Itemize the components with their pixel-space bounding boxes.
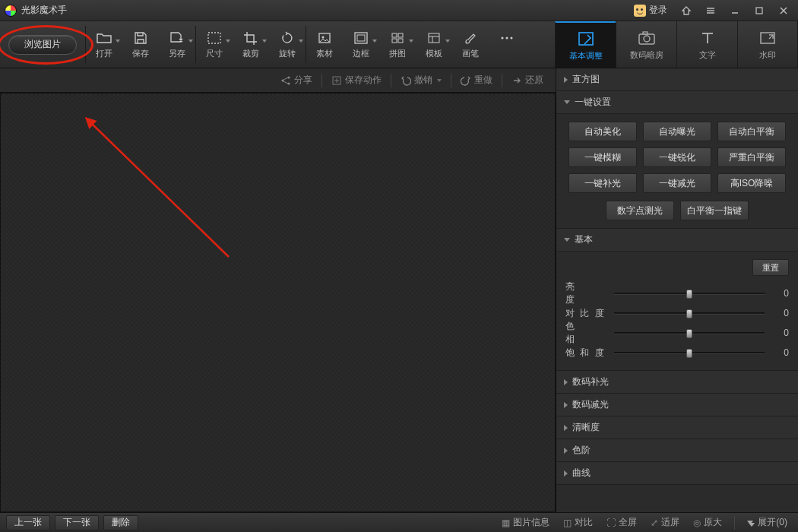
tab-darkroom[interactable]: 数码暗房 bbox=[616, 21, 676, 68]
browse-images-button[interactable]: 浏览图片 bbox=[8, 35, 77, 55]
reset-button[interactable]: 重置 bbox=[752, 259, 789, 276]
fullscreen-button[interactable]: ⛶全屏 bbox=[602, 516, 641, 529]
canvas[interactable] bbox=[0, 93, 556, 512]
expand-button[interactable]: 展开(0) bbox=[743, 516, 792, 529]
chevron-right-icon bbox=[564, 470, 568, 477]
toolbar-size[interactable]: 尺寸 bbox=[196, 21, 233, 68]
onekey-extra-btn-0[interactable]: 数字点测光 bbox=[606, 201, 674, 220]
toolbar-template[interactable]: 模板 bbox=[416, 21, 452, 68]
collage-icon bbox=[388, 30, 407, 46]
onekey-btn-4[interactable]: 一键锐化 bbox=[643, 147, 711, 167]
next-image-button[interactable]: 下一张 bbox=[55, 515, 99, 530]
chevron-right-icon bbox=[564, 379, 568, 385]
fit-icon: ⤢ bbox=[651, 518, 658, 528]
maximize-button[interactable] bbox=[749, 3, 769, 18]
tab-watermark[interactable]: 水印 bbox=[737, 21, 798, 68]
slider-2[interactable] bbox=[614, 328, 765, 338]
watermark-icon bbox=[757, 29, 778, 47]
section-collapsed-1[interactable]: 数码减光 bbox=[556, 394, 798, 416]
chevron-right-icon bbox=[564, 425, 568, 431]
svg-point-11 bbox=[502, 36, 504, 39]
save-icon bbox=[131, 30, 150, 46]
section-histogram[interactable]: 直方图 bbox=[556, 68, 798, 91]
fullscreen-icon: ⛶ bbox=[606, 518, 616, 528]
minimize-button[interactable] bbox=[725, 3, 745, 18]
section-basic[interactable]: 基本 bbox=[556, 229, 798, 252]
chevron-right-icon bbox=[564, 402, 568, 408]
prev-image-button[interactable]: 上一张 bbox=[6, 515, 50, 530]
action-bar: 分享 保存动作 撤销 重做 还原 bbox=[0, 68, 556, 93]
toolbar-crop[interactable]: 裁剪 bbox=[233, 21, 269, 68]
onekey-btn-0[interactable]: 自动美化 bbox=[568, 122, 637, 141]
original-size-button[interactable]: ◎原大 bbox=[689, 516, 727, 529]
onekey-btn-8[interactable]: 高ISO降噪 bbox=[717, 173, 786, 193]
right-panel: 直方图 一键设置 自动美化自动曝光自动白平衡一键模糊一键锐化严重白平衡一键补光一… bbox=[556, 68, 798, 512]
slider-value: 0 bbox=[771, 288, 789, 299]
compare-button[interactable]: ◫对比 bbox=[559, 516, 597, 529]
crop-icon bbox=[242, 30, 260, 46]
section-collapsed-3[interactable]: 色阶 bbox=[556, 439, 798, 462]
darkroom-icon bbox=[636, 29, 657, 47]
svg-rect-8 bbox=[392, 39, 397, 43]
toolbar-material[interactable]: 素材 bbox=[306, 21, 343, 68]
toolbar-border[interactable]: 边框 bbox=[343, 21, 379, 68]
toolbar-collage[interactable]: 拼图 bbox=[379, 21, 416, 68]
tab-basic-adjust[interactable]: 基本调整 bbox=[555, 21, 616, 68]
redo-button[interactable]: 重做 bbox=[454, 68, 499, 93]
share-button[interactable]: 分享 bbox=[274, 68, 318, 93]
onekey-btn-6[interactable]: 一键补光 bbox=[568, 173, 637, 193]
annotation-arrow bbox=[1, 93, 305, 337]
slider-label: 饱 和 度 bbox=[565, 347, 608, 359]
svg-point-13 bbox=[511, 36, 513, 39]
slider-label: 亮 度 bbox=[565, 280, 608, 306]
section-collapsed-0[interactable]: 数码补光 bbox=[556, 371, 798, 394]
onekey-btn-3[interactable]: 一键模糊 bbox=[568, 147, 637, 167]
svg-rect-10 bbox=[429, 33, 439, 43]
delete-button[interactable]: 删除 bbox=[103, 515, 138, 530]
compare-icon: ◫ bbox=[563, 518, 572, 528]
footer-bar: 上一张 下一张 删除 ▦图片信息 ◫对比 ⛶全屏 ⤢适屏 ◎原大 展开(0) bbox=[0, 512, 798, 532]
onekey-btn-2[interactable]: 自动白平衡 bbox=[717, 122, 786, 141]
close-button[interactable] bbox=[774, 3, 793, 18]
svg-rect-17 bbox=[643, 32, 648, 34]
login-label: 登录 bbox=[649, 4, 667, 17]
svg-rect-1 bbox=[208, 33, 220, 43]
image-info-button[interactable]: ▦图片信息 bbox=[497, 516, 554, 529]
onekey-btn-7[interactable]: 一键减光 bbox=[643, 173, 711, 193]
login-button[interactable]: 登录 bbox=[629, 3, 672, 18]
svg-point-3 bbox=[322, 36, 325, 38]
toolbar-brush[interactable]: 画笔 bbox=[452, 21, 489, 68]
slider-3[interactable] bbox=[614, 347, 765, 358]
toolbar-saveas[interactable]: 另存 bbox=[159, 21, 195, 68]
slider-0[interactable] bbox=[614, 288, 765, 299]
section-collapsed-4[interactable]: 曲线 bbox=[556, 462, 798, 485]
undo-button[interactable]: 撤销 bbox=[394, 68, 448, 93]
tab-text[interactable]: 文字 bbox=[676, 21, 737, 68]
onekey-extra-btn-1[interactable]: 白平衡一指键 bbox=[680, 201, 749, 220]
slider-1[interactable] bbox=[614, 308, 765, 318]
toolbar-save[interactable]: 保存 bbox=[122, 21, 159, 68]
toolbar-rotate[interactable]: 旋转 bbox=[269, 21, 306, 68]
section-collapsed-2[interactable]: 清晰度 bbox=[556, 416, 798, 439]
section-onekey[interactable]: 一键设置 bbox=[556, 91, 798, 114]
chevron-down-icon bbox=[564, 100, 570, 104]
right-tabs: 基本调整 数码暗房 文字 水印 bbox=[555, 21, 798, 68]
svg-rect-0 bbox=[756, 8, 762, 14]
rotate-icon bbox=[278, 30, 296, 46]
app-logo-icon bbox=[5, 5, 17, 17]
onekey-btn-5[interactable]: 严重白平衡 bbox=[717, 147, 786, 167]
original-icon: ◎ bbox=[693, 518, 701, 528]
more-icon bbox=[498, 30, 516, 46]
onekey-btn-1[interactable]: 自动曝光 bbox=[643, 122, 711, 141]
svg-rect-5 bbox=[357, 35, 365, 41]
restore-button[interactable]: 还原 bbox=[505, 68, 549, 93]
menu-button[interactable] bbox=[701, 3, 720, 18]
toolbar-open[interactable]: 打开 bbox=[86, 21, 122, 68]
save-action-button[interactable]: 保存动作 bbox=[325, 68, 388, 93]
basic-body: 重置 亮 度0对 比 度0色 相0饱 和 度0 bbox=[556, 252, 798, 371]
home-button[interactable] bbox=[676, 3, 696, 18]
slider-row-2: 色 相0 bbox=[565, 323, 789, 343]
browse-region: 浏览图片 bbox=[0, 21, 85, 68]
toolbar-more[interactable]: ... bbox=[489, 21, 525, 68]
fit-screen-button[interactable]: ⤢适屏 bbox=[646, 516, 684, 529]
